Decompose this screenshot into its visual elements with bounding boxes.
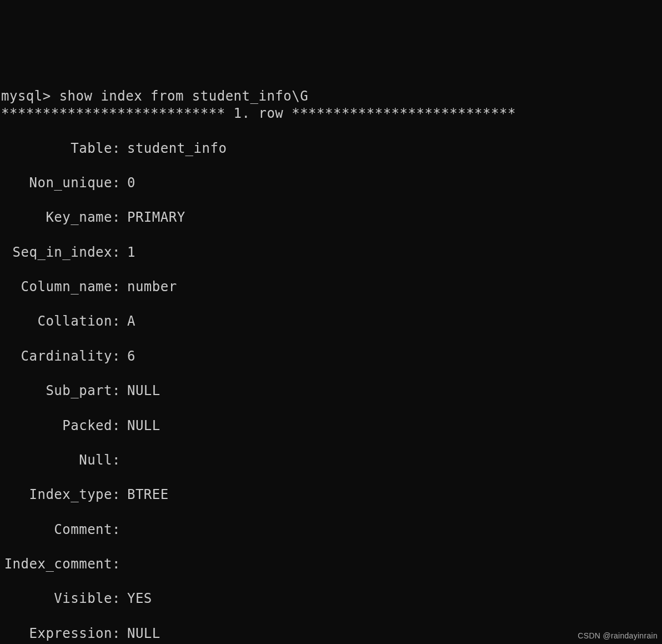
- field-non-unique: Non_unique:0: [1, 174, 661, 192]
- field-value: 0: [121, 174, 136, 192]
- field-label: Collation: [1, 313, 112, 330]
- field-label: Table: [1, 140, 112, 157]
- field-label: Comment: [1, 521, 112, 538]
- field-column-name: Column_name:number: [1, 278, 661, 296]
- field-label: Cardinality: [1, 348, 112, 365]
- field-value: A: [121, 313, 136, 330]
- field-null: Null:: [1, 452, 661, 469]
- field-expression: Expression:NULL: [1, 625, 661, 642]
- field-collation: Collation:A: [1, 313, 661, 330]
- field-label: Index_type: [1, 486, 112, 503]
- field-value: NULL: [121, 417, 161, 435]
- field-label: Visible: [1, 590, 112, 607]
- prompt: mysql> show index from student_info\G: [1, 88, 308, 104]
- field-value: PRIMARY: [121, 209, 185, 226]
- field-value: [121, 556, 127, 573]
- field-value: number: [121, 278, 177, 296]
- watermark: CSDN @raindayinrain: [578, 631, 658, 641]
- field-label: Index_comment: [1, 556, 112, 573]
- field-label: Null: [1, 452, 112, 469]
- field-visible: Visible:YES: [1, 590, 661, 607]
- field-value: student_info: [121, 140, 227, 157]
- field-label: Sub_part: [1, 382, 112, 400]
- field-value: [121, 452, 127, 469]
- field-packed: Packed:NULL: [1, 417, 661, 435]
- command-text: show index from student_info\G: [59, 88, 308, 104]
- field-value: [121, 521, 127, 538]
- field-label: Key_name: [1, 209, 112, 226]
- field-label: Seq_in_index: [1, 244, 112, 261]
- terminal-output: mysql> show index from student_info\G **…: [1, 71, 661, 644]
- field-label: Expression: [1, 625, 112, 642]
- row-separator-1: *************************** 1. row *****…: [1, 105, 661, 122]
- field-cardinality: Cardinality:6: [1, 348, 661, 365]
- field-sub-part: Sub_part:NULL: [1, 382, 661, 400]
- field-key-name: Key_name:PRIMARY: [1, 209, 661, 226]
- field-index-comment: Index_comment:: [1, 556, 661, 573]
- field-label: Non_unique: [1, 174, 112, 192]
- field-value: NULL: [121, 382, 161, 400]
- field-table: Table:student_info: [1, 140, 661, 157]
- field-value: NULL: [121, 625, 161, 642]
- field-comment: Comment:: [1, 521, 661, 538]
- field-index-type: Index_type:BTREE: [1, 486, 661, 503]
- field-label: Column_name: [1, 278, 112, 296]
- field-value: BTREE: [121, 486, 169, 503]
- field-value: 1: [121, 244, 136, 261]
- field-label: Packed: [1, 417, 112, 435]
- field-value: 6: [121, 348, 136, 365]
- field-seq-in-index: Seq_in_index:1: [1, 244, 661, 261]
- field-value: YES: [121, 590, 152, 607]
